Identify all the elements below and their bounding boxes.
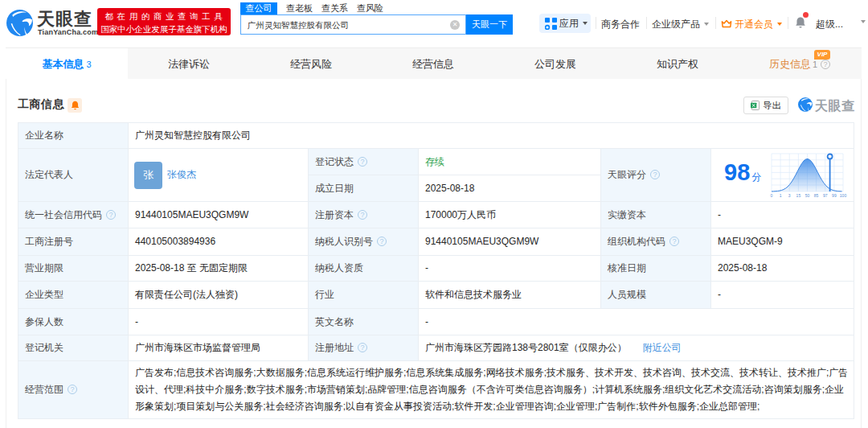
svg-text:50: 50: [805, 193, 810, 198]
svg-text:99: 99: [832, 193, 837, 198]
svg-text:100: 100: [840, 193, 847, 198]
svg-text:0: 0: [771, 193, 773, 198]
svg-text:15: 15: [796, 193, 801, 198]
svg-text:1: 1: [780, 193, 782, 198]
svg-text:3: 3: [788, 193, 791, 198]
svg-text:97: 97: [823, 193, 828, 198]
svg-text:85: 85: [814, 193, 819, 198]
